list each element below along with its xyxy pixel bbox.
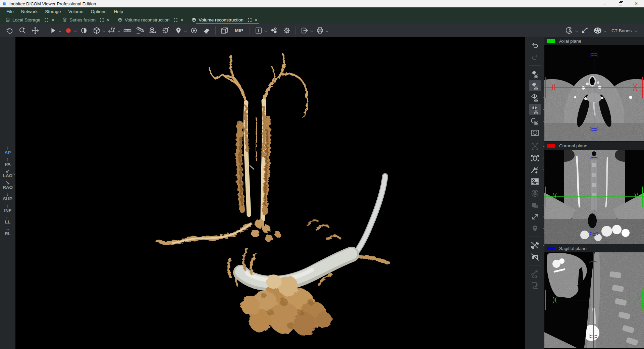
curves-icon[interactable] [579,26,591,36]
tab-close-icon[interactable]: × [107,17,110,22]
tab-expand-icon[interactable] [174,18,177,22]
orientation-lao-button[interactable]: ↙LAO [3,168,13,178]
coronal-plane-title: Coronal plane [559,143,587,148]
contrast-icon[interactable] [78,26,90,36]
close-button[interactable]: × [628,0,644,7]
rotate-icon[interactable] [4,26,15,36]
axial-plane-header[interactable]: Axial plane [544,37,644,45]
export-icon[interactable] [299,26,310,36]
palette-icon[interactable] [592,26,603,36]
tab-close-icon[interactable]: × [255,17,258,22]
tab-series-fusion[interactable]: Series fusion × [58,15,114,24]
restore-button[interactable] [612,0,628,7]
info-icon[interactable] [253,26,264,36]
cube-3d-icon[interactable] [91,26,102,36]
menu-network[interactable]: Network [17,7,42,15]
menu-storage[interactable]: Storage [41,7,64,15]
coronal-plane-view[interactable] [544,150,644,244]
chevron-down-icon[interactable] [59,30,61,32]
window-title: Inobitec DICOM Viewer Professional Editi… [9,1,96,6]
sagittal-plane-view[interactable] [544,252,644,349]
tool-separator [529,237,541,237]
arrow-up-icon: ↑ [6,157,9,162]
bone-parts-icon[interactable] [529,268,541,279]
tab-expand-icon[interactable] [248,18,252,22]
camera-rotate-icon[interactable] [564,26,575,36]
tab-volume-reconstruction-2[interactable]: Volume reconstruction × [187,15,261,24]
orientation-sup-button[interactable]: ↓SUP [3,191,12,201]
chevron-down-icon[interactable] [603,30,606,32]
undo-icon[interactable] [529,40,541,51]
orientation-rl-button[interactable]: →RL [5,226,11,236]
eraser-icon[interactable] [201,26,212,36]
chevron-down-icon[interactable] [118,30,120,32]
overlap-layers-icon[interactable] [529,199,541,210]
menu-help[interactable]: Help [110,7,127,15]
coronal-plane-header[interactable]: Coronal plane [544,142,644,150]
sagittal-plane-header[interactable]: Sagittal plane [544,244,644,252]
orientation-ll-button[interactable]: ←LL [5,214,11,225]
menu-options[interactable]: Options [87,7,110,15]
toolbar-separator [215,27,216,35]
orientation-inf-button[interactable]: ↑INF [4,203,11,213]
molecule-icon[interactable] [268,26,280,36]
cut-polygon-icon[interactable] [529,68,541,80]
orientation-rao-button[interactable]: ↘RAO [3,180,13,190]
chevron-down-icon[interactable] [264,30,267,32]
axial-plane-view[interactable] [544,45,644,141]
zoom-icon[interactable] [17,26,28,36]
angle-ruler-icon[interactable] [135,26,146,36]
chevron-down-icon[interactable] [575,30,578,32]
location-pin-icon[interactable] [529,223,541,234]
play-icon[interactable] [47,26,59,36]
copy-view-icon[interactable] [529,280,541,291]
lut-panel-icon[interactable] [529,176,541,187]
chevron-down-icon[interactable] [184,30,187,32]
chevron-down-icon[interactable] [326,30,328,32]
mouse-navigation-icon[interactable] [529,152,541,163]
tab-close-icon[interactable]: × [51,17,54,22]
remove-table-icon[interactable] [529,251,541,262]
chevron-down-icon[interactable] [74,30,77,32]
move-point-icon[interactable] [529,141,541,152]
tab-expand-icon[interactable] [100,18,104,22]
minimize-icon: – [603,1,606,6]
settings-gear-icon[interactable] [281,26,292,36]
rotate-point-icon[interactable] [188,26,200,36]
record-icon[interactable] [63,26,74,36]
orientation-flip-icon[interactable]: A [106,26,118,36]
menu-volume[interactable]: Volume [65,7,87,15]
minimize-button[interactable]: – [597,0,612,7]
tape-measure-icon[interactable] [147,26,159,36]
preset-selector[interactable]: CT-Bones [611,28,632,33]
cut-polyhedron-filled-icon[interactable] [529,104,541,115]
volume-3d-viewport[interactable] [15,37,525,349]
orientation-pa-button[interactable]: ↑PA [5,157,11,167]
chevron-down-icon[interactable] [635,30,638,32]
pin-drop-icon[interactable] [173,26,184,36]
main-area: ↓AP ↑PA ↙LAO ↘RAO ↓SUP ↑INF ←LL →RL [0,37,644,349]
vessel-track-icon[interactable] [529,164,541,175]
cut-freehand-icon[interactable] [529,115,541,127]
pan-icon[interactable] [30,26,41,36]
cut-polygon-filled-icon[interactable] [529,80,541,91]
cut-polyhedron-icon[interactable] [529,92,541,103]
orientation-ap-button[interactable]: ↓AP [5,145,11,155]
protractor-icon[interactable] [160,26,171,36]
tab-close-icon[interactable]: × [180,17,183,22]
menu-file[interactable]: File [3,7,17,15]
seed-points-icon[interactable] [529,188,541,199]
chevron-down-icon[interactable] [310,30,313,32]
mip-mode-button[interactable]: MIP [231,28,247,33]
select-marquee-icon[interactable] [529,127,541,138]
print-icon[interactable] [314,26,326,36]
ruler-icon[interactable] [122,26,133,36]
remove-bone-icon[interactable] [529,240,541,251]
resize-diagonal-icon[interactable] [529,211,541,222]
mpr-panel-icon[interactable] [219,26,230,36]
tab-local-storage[interactable]: Local Storage × [1,15,58,24]
tab-volume-reconstruction-1[interactable]: Volume reconstruction × [114,15,187,24]
redo-icon[interactable] [529,52,541,63]
chevron-down-icon[interactable] [102,30,105,32]
tab-expand-icon[interactable] [45,18,48,22]
